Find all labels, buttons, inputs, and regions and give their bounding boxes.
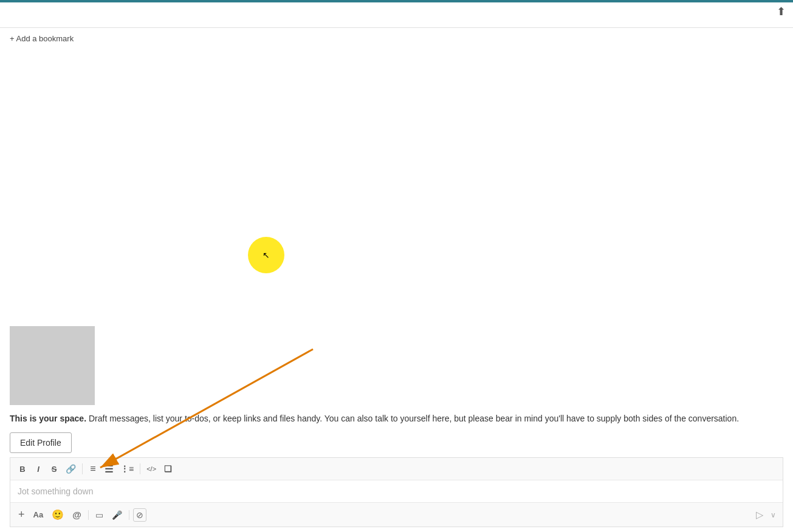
add-bookmark-button[interactable]: + Add a bookmark bbox=[10, 34, 74, 43]
send-button[interactable]: ▷ bbox=[753, 507, 766, 522]
composer-toolbar: B I S 🔗 ≡ ☰ ⋮≡ </> ❑ bbox=[10, 458, 783, 480]
emoji-button[interactable]: 🙂 bbox=[49, 507, 67, 522]
toolbar-separator-1 bbox=[82, 463, 83, 474]
main-content: ↖ This is your space. Draft messages, li… bbox=[0, 49, 793, 532]
toolbar-separator-2 bbox=[140, 463, 140, 474]
cursor-highlight: ↖ bbox=[248, 237, 284, 273]
profile-description-bold: This is your space. bbox=[10, 414, 86, 423]
unordered-list-button[interactable]: ≡ bbox=[86, 462, 100, 476]
format-button[interactable]: Aa bbox=[30, 508, 47, 521]
strikethrough-button[interactable]: S bbox=[47, 462, 61, 476]
bookmark-bar: + Add a bookmark bbox=[0, 27, 793, 50]
upload-icon: ⬆ bbox=[777, 5, 786, 18]
italic-button[interactable]: I bbox=[31, 462, 46, 476]
composer-bottom-bar: + Aa 🙂 @ ▭ 🎤 ⊘ ▷ ∨ bbox=[10, 502, 783, 527]
plus-button[interactable]: + bbox=[15, 506, 28, 523]
ordered-list-button[interactable]: ☰ bbox=[101, 462, 116, 476]
edit-profile-button[interactable]: Edit Profile bbox=[10, 432, 72, 453]
cursor-pointer: ↖ bbox=[263, 250, 270, 260]
link-button[interactable]: 🔗 bbox=[63, 462, 79, 476]
bold-button[interactable]: B bbox=[15, 462, 30, 476]
indent-list-button[interactable]: ⋮≡ bbox=[117, 462, 137, 476]
top-right-icon[interactable]: ⬆ bbox=[777, 5, 786, 18]
code-button[interactable]: </> bbox=[143, 462, 159, 476]
top-progress-bar bbox=[0, 0, 793, 2]
send-options-button[interactable]: ∨ bbox=[769, 509, 778, 521]
mention-button[interactable]: @ bbox=[69, 508, 84, 522]
profile-description: This is your space. Draft messages, list… bbox=[10, 412, 783, 425]
screen-share-button[interactable]: ▭ bbox=[92, 508, 106, 522]
profile-image bbox=[10, 326, 95, 405]
microphone-button[interactable]: 🎤 bbox=[109, 508, 125, 522]
blockquote-button[interactable]: ❑ bbox=[160, 462, 175, 476]
profile-description-rest: Draft messages, list your to-dos, or kee… bbox=[86, 414, 739, 423]
composer-placeholder: Jot something down bbox=[18, 486, 94, 496]
slash-command-button[interactable]: ⊘ bbox=[133, 508, 146, 522]
composer-bottom-left: + Aa 🙂 @ ▭ 🎤 ⊘ bbox=[15, 506, 753, 523]
composer-bottom-right: ▷ ∨ bbox=[753, 507, 778, 522]
profile-section: This is your space. Draft messages, list… bbox=[0, 326, 793, 453]
composer-input-area[interactable]: Jot something down bbox=[10, 480, 783, 502]
composer: B I S 🔗 ≡ ☰ ⋮≡ </> ❑ Jot something down … bbox=[10, 457, 783, 527]
bottom-separator-1 bbox=[88, 510, 89, 520]
bottom-separator-2 bbox=[129, 510, 129, 520]
